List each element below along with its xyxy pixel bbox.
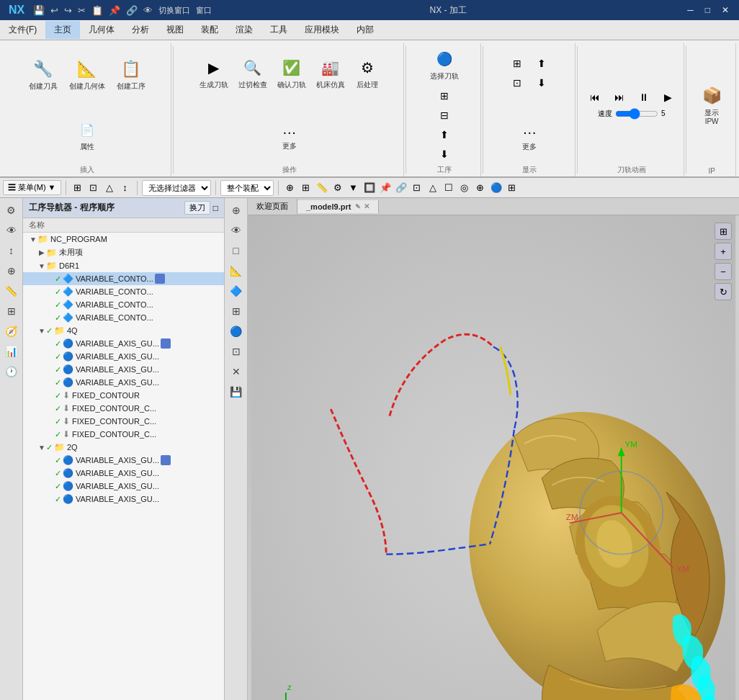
zoom-in-btn[interactable]: + [715, 243, 732, 260]
display-sm-btn3[interactable]: ⬆ [434, 125, 455, 144]
t2-extra-icon10[interactable]: ⊞ [505, 181, 519, 195]
menu-tools[interactable]: 工具 [261, 21, 296, 39]
tree-item-vag2q-1[interactable]: ✓ 🔵 VARIABLE_AXIS_GU... [23, 454, 224, 467]
tree-item-vag-2[interactable]: ✓ 🔵 VARIABLE_AXIS_GU... [23, 350, 224, 363]
tree-item-var-cont-1[interactable]: ✓ 🔷 VARIABLE_CONTO... [23, 272, 224, 285]
zoom-out-btn[interactable]: − [715, 263, 732, 280]
toggle-unused[interactable]: ▶ [37, 248, 46, 256]
nav-expand-icon[interactable]: □ [213, 203, 218, 213]
save-icon[interactable]: 💾 [32, 4, 46, 17]
t2-more-icon[interactable]: ▼ [346, 181, 361, 195]
tree-item-vag2q-4[interactable]: ✓ 🔵 VARIABLE_AXIS_GU... [23, 493, 224, 506]
t2-extra-icon1[interactable]: 🔲 [362, 181, 377, 195]
menu-geometry[interactable]: 几何体 [80, 21, 123, 39]
create-geometry-button[interactable]: 📐 创建几何体 [65, 53, 109, 94]
copy-icon[interactable]: 📋 [90, 4, 104, 17]
knife-change-button[interactable]: 换刀 [184, 201, 210, 215]
view-icon[interactable]: 👁 [142, 4, 154, 17]
t2-extra-icon2[interactable]: 📌 [378, 181, 393, 195]
ms-btn8[interactable]: ⊡ [227, 342, 246, 361]
ls-color-btn[interactable]: 🎨 [2, 696, 21, 700]
ms-btn1[interactable]: ⊕ [227, 201, 246, 220]
postprocess-button[interactable]: ⚙ 后处理 [351, 54, 383, 91]
tree-item-vag2q-2[interactable]: ✓ 🔵 VARIABLE_AXIS_GU... [23, 467, 224, 480]
tree-item-fixed-3[interactable]: ✓ ⬇ FIXED_CONTOUR_C... [23, 415, 224, 428]
maximize-button[interactable]: □ [701, 4, 715, 17]
menu-assembly[interactable]: 装配 [192, 21, 227, 39]
switch-window-btn[interactable]: 切换窗口 [157, 4, 192, 17]
assembly-select[interactable]: 整个装配 [220, 180, 274, 196]
verify-path-button[interactable]: ✅ 确认刀轨 [274, 54, 310, 91]
ls-history-btn[interactable]: 🕐 [2, 362, 21, 381]
tree-item-d6r1[interactable]: ▼ 📁 D6R1 [23, 259, 224, 272]
t2-icon-2[interactable]: ⊡ [86, 181, 101, 195]
t2-extra-icon6[interactable]: ☐ [442, 181, 456, 195]
menu-applications[interactable]: 应用模块 [296, 21, 348, 39]
generate-path-button[interactable]: ▶ 生成刀轨 [196, 54, 232, 91]
t2-measure-icon[interactable]: 📏 [315, 181, 329, 195]
cut-icon[interactable]: ✂ [76, 4, 87, 17]
ms-btn10[interactable]: 💾 [227, 382, 246, 401]
menu-file[interactable]: 文件(F) [0, 21, 45, 39]
ls-select-btn[interactable]: ↕ [2, 241, 21, 260]
select-path-button[interactable]: 🔵 选择刀轨 [426, 43, 463, 84]
tree-item-unused[interactable]: ▶ 📁 未用项 [23, 246, 224, 259]
display-btn-c[interactable]: ⬆ [531, 54, 552, 73]
ls-snap-btn[interactable]: ⊕ [2, 261, 21, 280]
t2-snap-icon[interactable]: ⊕ [283, 181, 297, 195]
t2-icon-4[interactable]: ↕ [118, 181, 133, 195]
menu-button[interactable]: ☰ 菜单(M) ▼ [3, 180, 61, 195]
t2-extra-icon7[interactable]: ◎ [457, 181, 472, 195]
display-btn-a[interactable]: ⊞ [506, 54, 528, 73]
ms-btn6[interactable]: ⊞ [227, 302, 246, 320]
ls-analysis-btn[interactable]: 📊 [2, 342, 21, 361]
tree-item-vag-1[interactable]: ✓ 🔵 VARIABLE_AXIS_GU... [23, 337, 224, 350]
ls-measure-btn[interactable]: 📏 [2, 282, 21, 300]
viewport-canvas[interactable]: YM XM ZM [248, 215, 739, 700]
toggle-2q[interactable]: ▼ [37, 444, 46, 452]
menu-internal[interactable]: 内部 [348, 21, 382, 39]
ls-orient-btn[interactable]: 🧭 [2, 322, 21, 341]
ls-view-btn[interactable]: 👁 [2, 221, 21, 240]
tree-item-vag2q-3[interactable]: ✓ 🔵 VARIABLE_AXIS_GU... [23, 480, 224, 493]
tree-item-4q[interactable]: ▼ ✓ 📁 4Q [23, 324, 224, 337]
tree-item-var-cont-4[interactable]: ✓ 🔷 VARIABLE_CONTO... [23, 311, 224, 324]
tree-item-var-cont-3[interactable]: ✓ 🔷 VARIABLE_CONTO... [23, 298, 224, 311]
tree-item-vag-4[interactable]: ✓ 🔵 VARIABLE_AXIS_GU... [23, 376, 224, 389]
close-button[interactable]: ✕ [717, 4, 733, 17]
tree-item-var-cont-2[interactable]: ✓ 🔷 VARIABLE_CONTO... [23, 285, 224, 298]
tree-item-fixed-1[interactable]: ✓ ⬇ FIXED_CONTOUR [23, 389, 224, 402]
anim-play-button[interactable]: ▶ [658, 88, 679, 107]
tree-item-vag-3[interactable]: ✓ 🔵 VARIABLE_AXIS_GU... [23, 363, 224, 376]
t2-icon-1[interactable]: ⊞ [71, 181, 85, 195]
rotate-btn[interactable]: ↻ [715, 283, 732, 300]
t2-icon-3[interactable]: △ [102, 181, 117, 195]
toggle-nc[interactable]: ▼ [29, 235, 37, 243]
anim-start-button[interactable]: ⏮ [584, 88, 606, 107]
tree-item-fixed-4[interactable]: ✓ ⬇ FIXED_CONTOUR_C... [23, 428, 224, 441]
t2-extra-icon5[interactable]: △ [426, 181, 440, 195]
filter-select[interactable]: 无选择过滤器 [142, 180, 211, 196]
machine-sim-button[interactable]: 🏭 机床仿真 [313, 54, 349, 91]
display-sm-btn1[interactable]: ⊞ [434, 86, 455, 105]
toggle-4q[interactable]: ▼ [37, 327, 46, 335]
t2-grid-icon[interactable]: ⊞ [299, 181, 313, 195]
show-ipw-button[interactable]: 📦 显示IPW [694, 80, 730, 129]
anim-pause-button[interactable]: ⏸ [633, 88, 655, 107]
tab-welcome[interactable]: 欢迎页面 [248, 199, 297, 214]
tab-model-close[interactable]: ✕ [364, 202, 370, 210]
speed-slider[interactable] [615, 108, 658, 120]
ms-btn4[interactable]: 📐 [227, 261, 246, 280]
ls-settings-btn[interactable]: ⚙ [2, 201, 21, 220]
display-btn-b[interactable]: ⊡ [506, 73, 528, 92]
create-operation-button[interactable]: 📋 创建工序 [112, 53, 150, 94]
display-btn-d[interactable]: ⬇ [531, 73, 552, 92]
t2-settings-icon[interactable]: ⚙ [331, 181, 345, 195]
ms-btn7[interactable]: 🔵 [227, 322, 246, 341]
tree-item-fixed-2[interactable]: ✓ ⬇ FIXED_CONTOUR_C... [23, 402, 224, 415]
ms-btn2[interactable]: 👁 [227, 221, 246, 240]
tree-item-2q[interactable]: ▼ ✓ 📁 2Q [23, 441, 224, 454]
menu-home[interactable]: 主页 [45, 21, 80, 39]
snap-icon[interactable]: 🔗 [125, 4, 139, 17]
paste-icon[interactable]: 📌 [107, 4, 122, 17]
